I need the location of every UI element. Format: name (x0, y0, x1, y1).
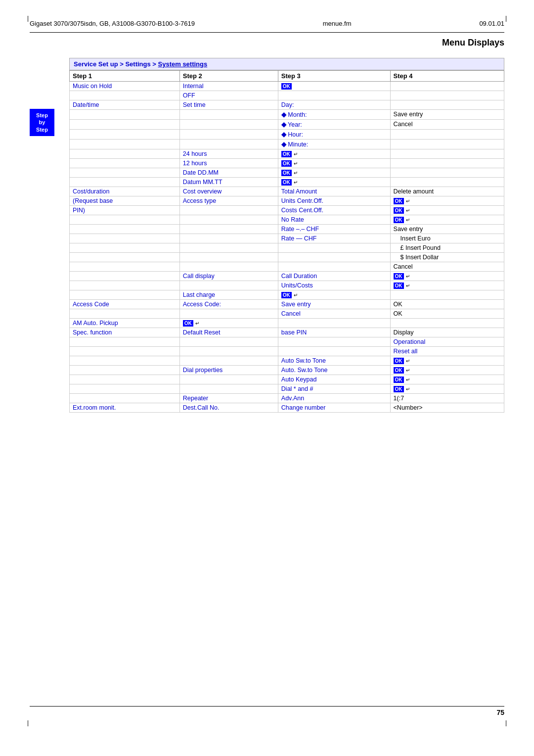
page-number: 75 (496, 709, 504, 716)
page-title: Menu Displays (30, 38, 504, 48)
table-row: AM Auto. Pickup OK ↵ (70, 319, 504, 328)
col-header-step2: Step 2 (179, 71, 278, 82)
table-row: ◆ Minute: (70, 140, 504, 149)
table-row: Datum MM.TT OK ↵ (70, 178, 504, 187)
table-row: PIN) Costs Cent.Off. OK ↵ (70, 206, 504, 215)
table-row: ◆ Year: Cancel (70, 120, 504, 130)
table-row: Cost/duration Cost overview Total Amount… (70, 187, 504, 196)
col-header-step4: Step 4 (390, 71, 504, 82)
table-row: 24 hours OK ↵ (70, 149, 504, 159)
corner-mark-tl: | (27, 15, 29, 22)
header-date: 09.01.01 (479, 20, 504, 27)
table-row: Auto Keypad OK ↵ (70, 375, 504, 384)
table-row: $ Insert Dollar (70, 253, 504, 262)
service-path-header: Service Set up > Settings > System setti… (69, 58, 504, 70)
header-fm: menue.fm (323, 20, 352, 27)
table-row: Rate –.– CHF Save entry (70, 225, 504, 234)
col-header-step3: Step 3 (278, 71, 390, 82)
menu-table: Step 1 Step 2 Step 3 Step 4 Music on Hol… (69, 70, 504, 413)
table-row: (Request base Access type Units Centr.Of… (70, 196, 504, 206)
table-row: No Rate OK ↵ (70, 215, 504, 225)
table-row: Operational (70, 337, 504, 347)
table-row: Auto Sw.to Tone OK ↵ (70, 356, 504, 366)
bottom-rule (30, 706, 504, 707)
table-row: £ Insert Pound (70, 243, 504, 253)
table-row: Rate — CHF Insert Euro (70, 234, 504, 243)
table-row: OFF (70, 91, 504, 100)
col-header-step1: Step 1 (70, 71, 180, 82)
header-filename: Gigaset 3070/3075isdn, GB, A31008-G3070-… (30, 20, 195, 27)
page-header: Gigaset 3070/3075isdn, GB, A31008-G3070-… (30, 20, 504, 29)
top-rule (30, 32, 504, 33)
table-row: Music on Hold Internal OK (70, 82, 504, 91)
table-row: Call display Call Duration OK ↵ (70, 272, 504, 281)
corner-mark-br: | (505, 719, 507, 726)
table-row: Dial * and # OK ↵ (70, 384, 504, 394)
table-row: 12 hours OK ↵ (70, 159, 504, 168)
table-row: ◆ Month: Save entry (70, 110, 504, 120)
main-content: Service Set up > Settings > System setti… (69, 58, 504, 413)
step-label: StepbyStep (30, 109, 54, 136)
table-row: Dial properties Auto. Sw.to Tone OK ↵ (70, 366, 504, 375)
table-row: Units/Costs OK ↵ (70, 281, 504, 290)
table-row: Date DD.MM OK ↵ (70, 168, 504, 178)
corner-mark-tr: | (505, 15, 507, 22)
table-row: Ext.room monit. Dest.Call No. Change num… (70, 403, 504, 413)
table-row: Date/time Set time Day: (70, 100, 504, 110)
corner-mark-bl: | (27, 719, 29, 726)
table-row: Reset all (70, 347, 504, 356)
table-row: Last charge OK ↵ (70, 290, 504, 300)
table-row: Repeater Adv.Ann 1(:7 (70, 394, 504, 403)
table-row: Cancel (70, 262, 504, 272)
table-row: Cancel OK (70, 309, 504, 319)
table-row: Spec. function Default Reset base PIN Di… (70, 328, 504, 337)
table-row: Access Code Access Code: Save entry OK (70, 300, 504, 309)
table-row: ◆ Hour: (70, 130, 504, 140)
